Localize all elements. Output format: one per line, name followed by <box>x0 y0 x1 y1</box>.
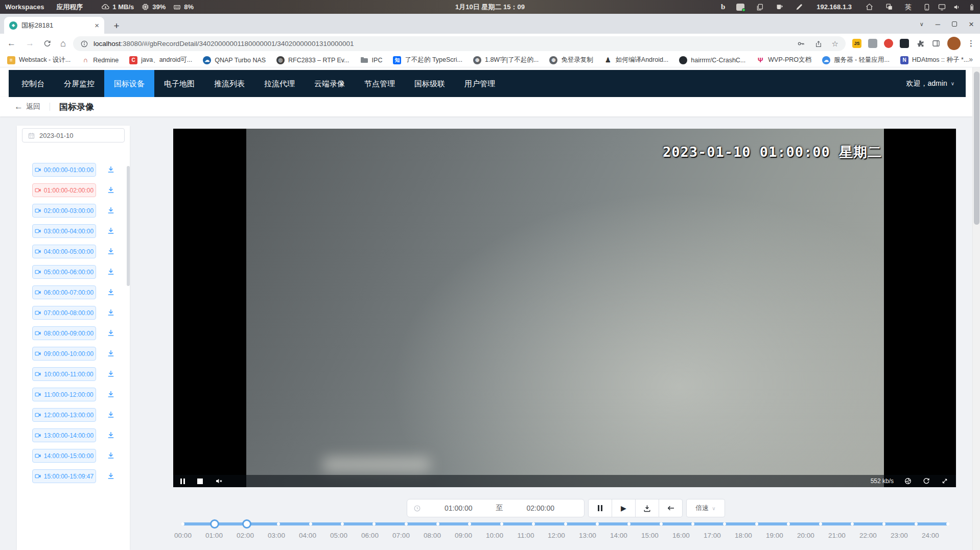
player-fullscreen-button[interactable] <box>941 477 949 485</box>
bookmark-item[interactable]: 知 了不起的 TypeScri... <box>393 56 462 64</box>
end-time-value[interactable]: 02:00:00 <box>503 504 578 512</box>
record-download-button[interactable] <box>106 369 116 379</box>
player-stop-button[interactable] <box>197 479 203 484</box>
browser-forward-button[interactable]: → <box>26 34 34 53</box>
record-download-button[interactable] <box>106 226 116 236</box>
page-scrollbar[interactable] <box>972 67 980 550</box>
record-range-button[interactable]: 10:00:00-11:00:00 <box>32 367 96 381</box>
cpu-indicator[interactable]: 39% <box>141 3 166 11</box>
url-text[interactable]: localhost:38080/#/gbRecordDetail/3402000… <box>94 40 354 47</box>
record-range-button[interactable]: 12:00:00-13:00:00 <box>32 408 96 422</box>
extensions-puzzle-icon[interactable] <box>916 39 925 48</box>
timeline-handle[interactable] <box>210 519 219 529</box>
record-range-button[interactable]: 07:00:00-08:00:00 <box>32 306 96 320</box>
ip-address[interactable]: 192.168.1.3 <box>816 3 852 11</box>
record-range-button[interactable]: 06:00:00-07:00:00 <box>32 285 96 299</box>
bookmarks-overflow-button[interactable]: » <box>969 55 973 63</box>
record-range-button[interactable]: 01:00:00-02:00:00 <box>32 183 96 197</box>
record-range-button[interactable]: 11:00:00-12:00:00 <box>32 388 96 401</box>
pause-playback-button[interactable] <box>588 499 612 517</box>
record-range-button[interactable]: 02:00:00-03:00:00 <box>32 204 96 218</box>
date-input[interactable] <box>39 132 116 139</box>
battery-icon[interactable] <box>968 3 976 11</box>
window-menu-chevron-icon[interactable]: ∨ <box>920 21 924 27</box>
record-download-button[interactable] <box>106 247 116 257</box>
timeline-handle[interactable] <box>242 519 251 529</box>
timeline-track[interactable] <box>183 522 948 525</box>
profile-avatar[interactable] <box>947 37 961 50</box>
nav-tab[interactable]: 国标级联 <box>405 70 455 97</box>
sidebar-scrollbar-thumb[interactable] <box>127 166 130 286</box>
address-bar[interactable]: localhost:38080/#/gbRecordDetail/3402000… <box>73 36 846 51</box>
seek-back-button[interactable] <box>659 499 683 517</box>
bookmark-item[interactable]: Ψ WVP-PRO文档 <box>756 56 811 64</box>
start-time-value[interactable]: 01:00:00 <box>421 504 496 512</box>
extension-gray-icon[interactable] <box>868 39 877 48</box>
player-pause-button[interactable] <box>180 479 185 484</box>
record-range-button[interactable]: 04:00:00-05:00:00 <box>32 245 96 258</box>
browser-tab[interactable]: ◆ 国标28181 × <box>4 17 104 34</box>
video-player[interactable]: 2023-01-10 01:00:00 星期二 552 kb/s <box>173 129 956 487</box>
record-range-button[interactable]: 13:00:00-14:00:00 <box>32 428 96 442</box>
browser-reload-button[interactable] <box>43 34 52 53</box>
record-download-button[interactable] <box>106 349 116 359</box>
record-download-button[interactable] <box>106 288 116 298</box>
workspaces-switcher-icon[interactable] <box>885 3 894 11</box>
nav-tab[interactable]: 拉流代理 <box>254 70 305 97</box>
record-range-button[interactable]: 00:00:00-01:00:00 <box>32 163 96 177</box>
browser-home-button[interactable]: ⌂ <box>60 34 66 53</box>
record-download-button[interactable] <box>106 328 116 339</box>
window-maximize-button[interactable] <box>952 21 957 27</box>
color-picker-tray-icon[interactable] <box>795 3 803 11</box>
display-icon[interactable] <box>938 3 946 11</box>
side-panel-icon[interactable] <box>931 39 941 48</box>
nav-tab[interactable]: 云端录像 <box>305 70 355 97</box>
site-info-icon[interactable] <box>80 40 88 48</box>
caffeine-cup-tray-icon[interactable] <box>775 3 784 11</box>
nav-tab[interactable]: 用户管理 <box>455 70 505 97</box>
time-range-input[interactable]: 01:00:00 至 02:00:00 <box>407 499 585 517</box>
bookmark-item[interactable]: N HDAtmos :: 种子 *... <box>900 56 969 64</box>
tablet-icon[interactable] <box>923 3 931 11</box>
back-button[interactable]: ← 返回 <box>14 102 40 112</box>
screen-recorder-tray-icon[interactable] <box>736 4 744 11</box>
workspaces-button[interactable]: Workspaces <box>5 3 44 11</box>
record-range-button[interactable]: 03:00:00-04:00:00 <box>32 224 96 238</box>
bookmark-item[interactable]: ◎ RFC2833 – RTP Ev... <box>276 56 349 64</box>
record-range-button[interactable]: 08:00:00-09:00:00 <box>32 326 96 340</box>
extension-js-icon[interactable]: JS <box>852 39 861 48</box>
nav-tab[interactable]: 电子地图 <box>154 70 204 97</box>
record-download-button[interactable] <box>106 267 116 277</box>
nav-tab[interactable]: 控制台 <box>12 70 54 97</box>
bookmark-item[interactable]: ☁ QNAP Turbo NAS <box>203 56 266 64</box>
record-range-button[interactable]: 15:00:00-15:09:47 <box>32 469 96 483</box>
bookmark-item[interactable]: ♟ 如何编译Android... <box>604 56 669 64</box>
bookmark-item[interactable]: IPC <box>360 56 383 64</box>
record-download-button[interactable] <box>106 206 116 216</box>
bookmark-item[interactable]: ⊕ 免登录复制 <box>549 56 593 64</box>
nav-tab[interactable]: 国标设备 <box>104 70 154 97</box>
os-clock[interactable]: 1月10日 星期二 15：09 <box>455 3 525 12</box>
memory-indicator[interactable]: 8% <box>173 3 194 11</box>
player-snapshot-button[interactable] <box>904 477 912 485</box>
share-icon[interactable] <box>814 40 823 48</box>
record-range-button[interactable]: 05:00:00-06:00:00 <box>32 265 96 279</box>
bookmark-item[interactable]: ☁ 服务器 - 轻量应用... <box>822 56 890 64</box>
page-scrollbar-thumb[interactable] <box>974 71 979 225</box>
clipboard-tray-icon[interactable] <box>756 3 764 11</box>
bookmark-item[interactable]: hairrrrr/C-CrashC... <box>679 56 745 64</box>
nav-tab[interactable]: 推流列表 <box>204 70 254 97</box>
bookmark-item[interactable]: ≡ Webstack - 设计... <box>7 56 71 64</box>
user-menu[interactable]: 欢迎，admin ∨ <box>906 79 954 88</box>
player-mute-button[interactable] <box>215 477 223 485</box>
record-download-button[interactable] <box>106 390 116 400</box>
nav-tab[interactable]: 节点管理 <box>355 70 405 97</box>
record-download-button[interactable] <box>106 471 116 482</box>
download-recording-button[interactable] <box>635 499 659 517</box>
window-close-button[interactable]: × <box>969 20 974 29</box>
record-download-button[interactable] <box>106 185 116 196</box>
input-method-indicator[interactable]: 英 <box>905 3 912 12</box>
applications-menu[interactable]: 应用程序 <box>56 3 83 12</box>
network-indicator[interactable]: 1 MB/s <box>101 3 134 11</box>
record-range-button[interactable]: 14:00:00-15:00:00 <box>32 449 96 463</box>
